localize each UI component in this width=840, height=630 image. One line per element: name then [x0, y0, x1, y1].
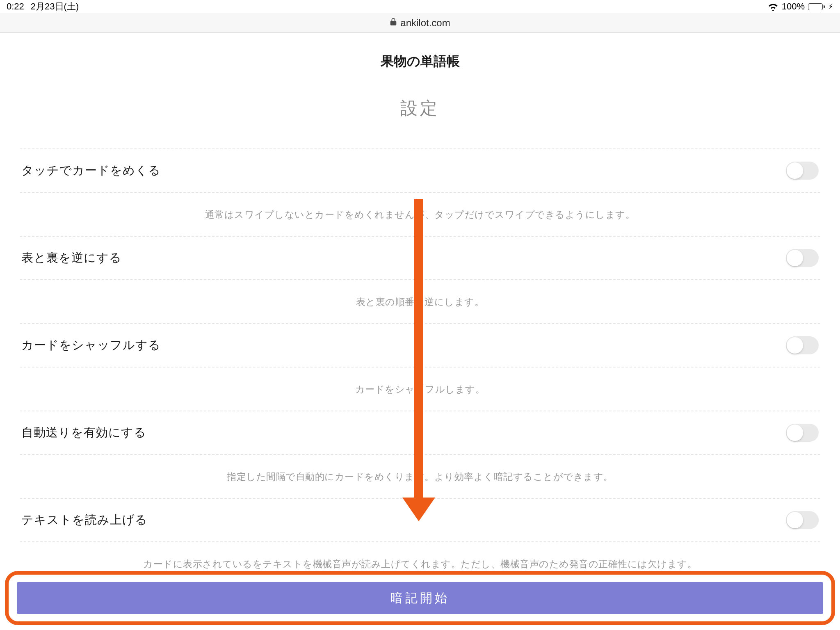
battery-icon	[808, 3, 825, 10]
status-bar: 0:22 2月23日(土) 100% ⚡︎	[0, 0, 840, 13]
lock-icon	[390, 18, 397, 28]
setting-desc: 通常はスワイプしないとカードをめくれませんが、タップだけでスワイプできるようにし…	[20, 193, 820, 237]
start-button-highlight: 暗記開始	[5, 571, 835, 625]
toggle-shuffle[interactable]	[786, 336, 819, 354]
settings-list: タッチでカードをめくる 通常はスワイプしないとカードをめくれませんが、タップだけ…	[20, 148, 820, 586]
status-date: 2月23日(土)	[31, 0, 79, 13]
setting-row-shuffle: カードをシャッフルする	[20, 323, 820, 368]
setting-label: タッチでカードをめくる	[21, 162, 161, 179]
toggle-auto-advance[interactable]	[786, 424, 819, 442]
setting-desc: カードをシャッフルします。	[20, 368, 820, 411]
content: 果物の単語帳 設定 タッチでカードをめくる 通常はスワイプしないとカードをめくれ…	[0, 33, 840, 586]
setting-desc: 指定した間隔で自動的にカードをめくります。より効率よく暗記することができます。	[20, 455, 820, 499]
address-domain: ankilot.com	[400, 17, 450, 29]
start-button[interactable]: 暗記開始	[17, 582, 823, 614]
setting-row-touch-flip: タッチでカードをめくる	[20, 148, 820, 193]
setting-row-auto-advance: 自動送りを有効にする	[20, 411, 820, 455]
setting-label: カードをシャッフルする	[21, 337, 161, 354]
charging-icon: ⚡︎	[828, 2, 833, 11]
toggle-reverse[interactable]	[786, 249, 819, 267]
setting-row-reverse: 表と裏を逆にする	[20, 236, 820, 280]
status-time: 0:22	[7, 1, 24, 12]
setting-label: 表と裏を逆にする	[21, 250, 122, 266]
setting-label: テキストを読み上げる	[21, 512, 148, 528]
settings-heading: 設定	[20, 97, 820, 120]
setting-label: 自動送りを有効にする	[21, 425, 146, 441]
setting-desc: 表と裏の順番を逆にします。	[20, 280, 820, 324]
address-bar[interactable]: ankilot.com	[0, 13, 840, 33]
toggle-tts[interactable]	[786, 511, 819, 529]
toggle-touch-flip[interactable]	[786, 162, 819, 180]
page-title: 果物の単語帳	[20, 52, 820, 71]
battery-percent: 100%	[782, 1, 805, 12]
setting-row-tts: テキストを読み上げる	[20, 498, 820, 542]
wifi-icon	[768, 2, 778, 11]
